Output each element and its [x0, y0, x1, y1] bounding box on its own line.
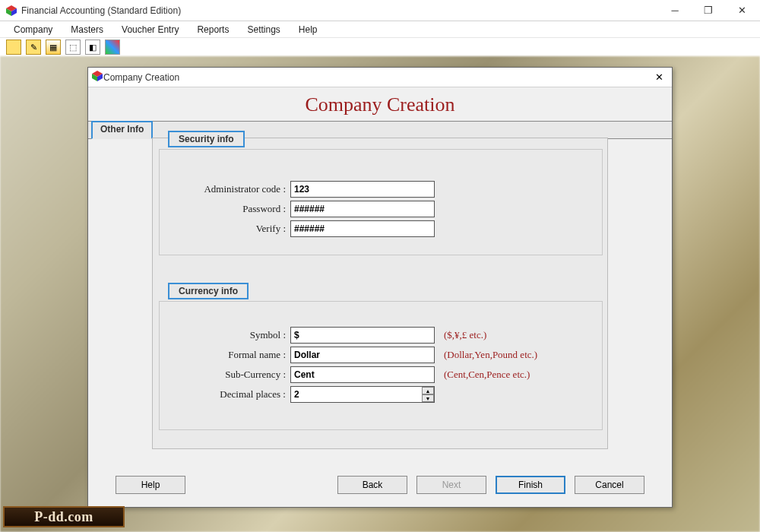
next-button: Next: [416, 476, 486, 494]
dialog-close-button[interactable]: ✕: [649, 70, 669, 85]
symbol-input[interactable]: [290, 327, 435, 344]
formal-name-label: Formal name :: [169, 349, 290, 361]
help-button[interactable]: Help: [116, 476, 185, 494]
security-info-group: Administrator code : Password : Verify :: [159, 149, 603, 255]
wizard-panel: Security info Administrator code : Passw…: [152, 138, 608, 449]
main-titlebar: Financial Accounting (Standard Edition) …: [0, 0, 760, 21]
watermark-badge: P-dd.com: [3, 506, 125, 527]
menu-settings[interactable]: Settings: [238, 23, 289, 36]
toolbar-new-icon[interactable]: [6, 40, 21, 55]
toolbar-edit-icon[interactable]: ✎: [26, 40, 41, 55]
dialog-heading: Company Creation: [88, 87, 672, 121]
back-button[interactable]: Back: [337, 476, 407, 494]
password-label: Password :: [169, 203, 290, 215]
formal-name-hint: (Dollar,Yen,Pound etc.): [444, 349, 537, 361]
finish-button[interactable]: Finish: [496, 476, 565, 494]
spinner-up-icon[interactable]: ▲: [422, 387, 434, 394]
menu-reports[interactable]: Reports: [188, 23, 238, 36]
security-info-legend: Security info: [168, 131, 245, 147]
decimal-places-input[interactable]: [290, 386, 435, 403]
cancel-button[interactable]: Cancel: [575, 476, 644, 494]
company-creation-dialog: Company Creation ✕ Company Creation Othe…: [87, 67, 673, 508]
close-button[interactable]: ✕: [725, 0, 758, 21]
admin-code-label: Administrator code :: [169, 183, 290, 195]
decimal-places-label: Decimal places :: [169, 388, 290, 401]
tab-other-info[interactable]: Other Info: [91, 121, 153, 139]
admin-code-input[interactable]: [290, 181, 435, 198]
toolbar-grid-icon[interactable]: ▦: [46, 40, 61, 55]
spinner-down-icon[interactable]: ▼: [422, 394, 434, 402]
toolbar-color-icon[interactable]: [105, 40, 120, 55]
sub-currency-input[interactable]: [290, 366, 435, 383]
verify-input[interactable]: [290, 220, 435, 237]
menu-company[interactable]: Company: [5, 23, 62, 36]
sub-currency-hint: (Cent,Cen,Pence etc.): [444, 369, 530, 381]
menu-help[interactable]: Help: [290, 23, 327, 36]
formal-name-input[interactable]: [290, 347, 435, 363]
maximize-button[interactable]: ❐: [692, 0, 725, 21]
symbol-label: Symbol :: [169, 329, 290, 341]
menu-voucher-entry[interactable]: Voucher Entry: [112, 23, 188, 36]
verify-label: Verify :: [169, 223, 290, 235]
menu-masters[interactable]: Masters: [62, 23, 112, 36]
app-icon: [5, 4, 18, 17]
currency-info-legend: Currency info: [168, 283, 249, 299]
toolbar-tool5-icon[interactable]: ◧: [85, 40, 100, 55]
toolbar: ✎ ▦ ⬚ ◧: [0, 38, 760, 56]
dialog-titlebar: Company Creation ✕: [88, 68, 672, 87]
password-input[interactable]: [290, 201, 435, 217]
minimize-button[interactable]: ─: [658, 0, 692, 21]
symbol-hint: ($,¥,£ etc.): [444, 329, 486, 341]
dialog-icon: [91, 70, 103, 85]
dialog-title: Company Creation: [103, 72, 649, 83]
sub-currency-label: Sub-Currency :: [169, 369, 290, 381]
currency-info-group: Symbol : ($,¥,£ etc.) Formal name : (Dol…: [159, 301, 603, 430]
app-title: Financial Accounting (Standard Edition): [21, 5, 658, 16]
menu-bar: Company Masters Voucher Entry Reports Se…: [0, 21, 760, 38]
toolbar-tool4-icon[interactable]: ⬚: [65, 40, 81, 55]
wizard-button-row: Help Back Next Finish Cancel: [88, 475, 672, 495]
